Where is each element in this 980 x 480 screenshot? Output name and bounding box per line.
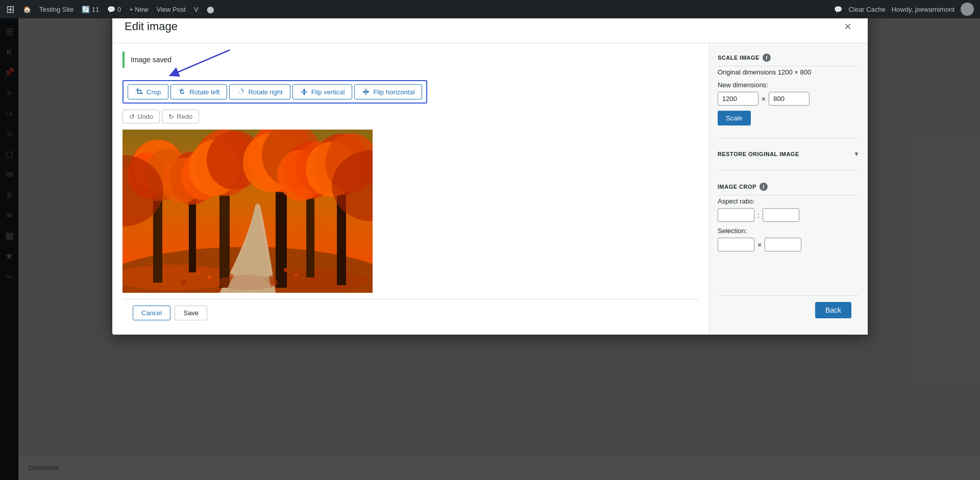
- restore-original-title: RESTORE ORIGINAL IMAGE: [718, 151, 799, 157]
- height-input[interactable]: [769, 92, 810, 106]
- aspect-ratio-label: Aspect ratio:: [718, 197, 860, 205]
- svg-point-37: [181, 280, 186, 285]
- secondary-toolbar: ↺ Undo ↻ Redo: [122, 110, 699, 123]
- image-preview: [122, 130, 373, 293]
- selection-inputs: ×: [718, 238, 860, 251]
- edit-panel-footer: Cancel Save: [122, 299, 699, 326]
- chat-icon[interactable]: 💬: [834, 6, 842, 13]
- yoast-icon[interactable]: V: [194, 6, 199, 13]
- comments-icon[interactable]: 💬 0: [107, 6, 121, 13]
- flip-vertical-icon: [300, 88, 308, 96]
- cancel-button[interactable]: Cancel: [133, 306, 170, 320]
- undo-icon: ↺: [129, 113, 135, 120]
- scale-image-help-icon[interactable]: i: [763, 54, 771, 62]
- svg-point-34: [208, 276, 211, 279]
- notice-text: Image saved: [131, 56, 172, 64]
- image-crop-title: IMAGE CROP i: [718, 183, 860, 191]
- site-name[interactable]: Testing Site: [39, 6, 74, 13]
- aspect-separator: :: [757, 211, 760, 219]
- selection-label: Selection:: [718, 227, 860, 235]
- scale-image-title: SCALE IMAGE i: [718, 54, 860, 62]
- avatar: [961, 3, 974, 16]
- flip-horizontal-icon: [362, 88, 370, 96]
- dimension-separator: ×: [762, 95, 766, 103]
- new-dimensions-inputs: ×: [718, 92, 860, 106]
- site-icon: 🏠: [23, 6, 31, 13]
- misc-icon[interactable]: ⬤: [207, 6, 214, 13]
- new-content-button[interactable]: + New: [129, 6, 148, 13]
- aspect-width-input[interactable]: [718, 208, 754, 222]
- spacer: [718, 262, 860, 285]
- rotate-left-button[interactable]: Rotate left: [170, 84, 227, 99]
- view-post-link[interactable]: View Post: [156, 6, 186, 13]
- close-button[interactable]: ×: [840, 18, 855, 35]
- rotate-left-icon: [178, 88, 186, 96]
- width-input[interactable]: [718, 92, 758, 106]
- back-button[interactable]: Back: [815, 302, 851, 318]
- crop-icon: [135, 88, 143, 96]
- modal-body: Image saved: [112, 43, 868, 335]
- updates-icon[interactable]: 🔄 11: [82, 6, 99, 13]
- svg-point-36: [295, 273, 298, 276]
- wp-logo-icon[interactable]: ⊞: [6, 3, 15, 15]
- edit-image-modal: Edit image × Image saved: [112, 10, 868, 335]
- chevron-down-icon: ▼: [853, 150, 860, 158]
- scale-button[interactable]: Scale: [718, 111, 751, 125]
- toolbar-wrapper: Crop Rotate left Rotate ri: [122, 80, 699, 104]
- original-dimensions: Original dimensions 1200 × 800: [718, 68, 860, 76]
- clear-cache-button[interactable]: Clear Cache: [848, 6, 885, 13]
- aspect-height-input[interactable]: [763, 208, 799, 222]
- undo-button[interactable]: ↺ Undo: [122, 110, 160, 123]
- selection-width-input[interactable]: [718, 238, 754, 251]
- scale-image-section: SCALE IMAGE i Original dimensions 1200 ×…: [718, 54, 860, 125]
- crop-divider: [718, 195, 860, 195]
- modal-overlay: Edit image × Image saved: [0, 0, 980, 480]
- image-preview-container: [122, 130, 699, 293]
- svg-point-35: [284, 268, 288, 272]
- section-divider-1: [718, 138, 860, 138]
- edit-panel: Image saved: [112, 43, 709, 335]
- aspect-ratio-inputs: :: [718, 208, 860, 222]
- scale-divider: [718, 66, 860, 66]
- image-toolbar: Crop Rotate left Rotate ri: [122, 80, 427, 104]
- flip-vertical-button[interactable]: Flip vertical: [292, 84, 353, 99]
- redo-button[interactable]: ↻ Redo: [162, 110, 199, 123]
- selection-height-input[interactable]: [765, 238, 801, 251]
- rotate-right-button[interactable]: Rotate right: [229, 84, 290, 99]
- redo-icon: ↻: [168, 113, 174, 120]
- image-crop-help-icon[interactable]: i: [760, 183, 768, 191]
- svg-point-38: [309, 278, 313, 282]
- image-crop-section: IMAGE CROP i Aspect ratio: : Selection: …: [718, 183, 860, 251]
- rotate-right-icon: [237, 88, 245, 96]
- flip-horizontal-button[interactable]: Flip horizontal: [354, 84, 422, 99]
- restore-original-section[interactable]: RESTORE ORIGINAL IMAGE ▼: [718, 150, 860, 158]
- howdy-label[interactable]: Howdy, joewarnimont: [892, 6, 954, 13]
- save-button[interactable]: Save: [175, 306, 207, 320]
- selection-separator: ×: [757, 241, 762, 249]
- settings-panel-footer: Back: [718, 295, 860, 324]
- crop-button[interactable]: Crop: [128, 84, 168, 99]
- image-saved-notice: Image saved: [122, 52, 699, 68]
- settings-panel: SCALE IMAGE i Original dimensions 1200 ×…: [709, 43, 868, 335]
- autumn-scene-svg: [122, 130, 373, 293]
- admin-bar: ⊞ 🏠 Testing Site 🔄 11 💬 0 + New View Pos…: [0, 0, 980, 18]
- new-dimensions-label: New dimensions:: [718, 81, 860, 89]
- modal-title: Edit image: [125, 20, 178, 33]
- section-divider-2: [718, 170, 860, 170]
- svg-point-33: [197, 270, 201, 274]
